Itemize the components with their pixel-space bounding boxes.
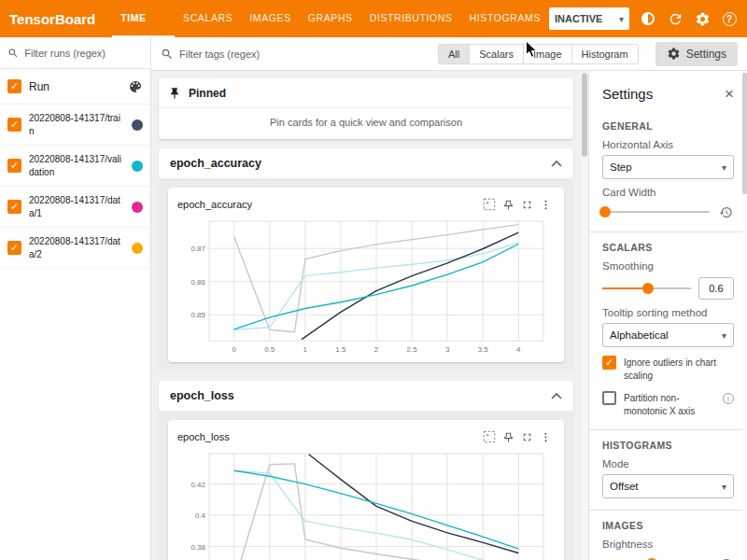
- ignore-outliers-checkbox[interactable]: [602, 356, 616, 370]
- chip-histogram[interactable]: Histogram: [572, 44, 639, 64]
- close-icon[interactable]: ×: [725, 88, 734, 101]
- chevron-down-icon: ▾: [722, 162, 726, 173]
- smoothing-value-input[interactable]: [698, 277, 734, 300]
- chart-card-epoch-loss: epoch_loss 00.511.522.533.540.360.380.40…: [168, 420, 564, 560]
- run-row-train[interactable]: 20220808-141317/train: [0, 105, 150, 146]
- help-icon[interactable]: ?: [721, 10, 738, 27]
- run-checkbox[interactable]: [7, 118, 21, 132]
- chevron-down-icon: ▾: [722, 330, 726, 341]
- histograms-section-header: HISTOGRAMS: [602, 440, 734, 451]
- run-column-header: Run: [29, 80, 120, 93]
- settings-button[interactable]: Settings: [655, 42, 738, 66]
- card-width-label: Card Width: [602, 187, 734, 198]
- reset-icon[interactable]: [717, 203, 734, 220]
- run-color-dot[interactable]: [132, 243, 143, 254]
- histogram-mode-value: Offset: [610, 481, 638, 492]
- main-content: Pinned Pin cards for a quick view and co…: [151, 71, 588, 560]
- pinned-section: Pinned Pin cards for a quick view and co…: [159, 78, 573, 139]
- svg-text:0.38: 0.38: [190, 543, 205, 552]
- reload-status-dropdown[interactable]: INACTIVE ▾: [549, 7, 629, 30]
- tooltip-sorting-value: Alphabetical: [610, 329, 669, 341]
- horizontal-axis-select[interactable]: Step ▾: [602, 155, 734, 179]
- run-list-header: Run: [0, 69, 150, 105]
- app-header: TensorBoard TIME SERIES SCALARS IMAGES G…: [0, 0, 747, 37]
- svg-text:4: 4: [516, 345, 521, 354]
- tag-toolbar: All Scalars Image Histogram Settings: [151, 37, 747, 71]
- epoch-accuracy-chart[interactable]: 00.511.522.533.540.850.860.87: [177, 216, 555, 358]
- tab-time-series[interactable]: TIME SERIES: [112, 0, 175, 37]
- info-icon[interactable]: i: [723, 393, 734, 404]
- runs-sidebar: Run 20220808-141317/train 20220808-14131…: [0, 37, 151, 560]
- main-scrollbar[interactable]: [581, 71, 588, 560]
- chart-title: epoch_accuracy: [177, 199, 480, 210]
- pin-icon[interactable]: [499, 427, 517, 446]
- tag-filter-input[interactable]: [179, 49, 319, 60]
- reset-icon[interactable]: [717, 555, 734, 560]
- image-toggle-icon[interactable]: [480, 195, 499, 214]
- general-section-header: GENERAL: [602, 120, 734, 132]
- run-label: 20220808-141317/data/1: [29, 194, 124, 219]
- section-header[interactable]: epoch_loss: [159, 381, 573, 411]
- run-row-data-2[interactable]: 20220808-141317/data/2: [0, 228, 150, 269]
- chip-image[interactable]: Image: [524, 44, 572, 64]
- theme-toggle-icon[interactable]: [640, 10, 656, 27]
- chevron-up-icon[interactable]: [551, 392, 562, 399]
- histogram-mode-select[interactable]: Offset ▾: [602, 474, 734, 498]
- tab-scalars[interactable]: SCALARS: [175, 0, 241, 37]
- partition-x-axis-option[interactable]: Partition non-monotonic X axis i: [602, 391, 734, 418]
- card-width-slider[interactable]: [602, 205, 710, 218]
- run-row-data-1[interactable]: 20220808-141317/data/1: [0, 187, 150, 228]
- tooltip-sorting-select[interactable]: Alphabetical ▾: [602, 323, 734, 347]
- horizontal-axis-label: Horizontal Axis: [602, 139, 734, 150]
- run-row-validation[interactable]: 20220808-141317/validation: [0, 146, 150, 187]
- palette-icon[interactable]: [128, 79, 143, 94]
- refresh-icon[interactable]: [667, 10, 684, 27]
- run-checkbox[interactable]: [7, 241, 21, 255]
- scalars-section-header: SCALARS: [602, 242, 734, 253]
- tab-histograms[interactable]: HISTOGRAMS: [461, 0, 549, 37]
- fullscreen-icon[interactable]: [517, 427, 536, 446]
- pin-icon[interactable]: [499, 195, 517, 214]
- svg-text:0.4: 0.4: [195, 511, 206, 520]
- image-toggle-icon[interactable]: [480, 427, 499, 446]
- run-checkbox[interactable]: [7, 200, 21, 214]
- tab-distributions[interactable]: DISTRIBUTIONS: [361, 0, 461, 37]
- images-section-header: IMAGES: [602, 520, 734, 531]
- run-filter-input[interactable]: [24, 48, 143, 59]
- gear-icon: [667, 47, 681, 61]
- svg-text:0.86: 0.86: [190, 278, 205, 287]
- more-options-icon[interactable]: [536, 195, 555, 214]
- partition-x-axis-checkbox[interactable]: [602, 391, 616, 405]
- search-icon: [7, 47, 19, 60]
- ignore-outliers-option[interactable]: Ignore outliers in chart scaling: [602, 356, 734, 383]
- app-title: TensorBoard: [9, 11, 95, 27]
- tab-graphs[interactable]: GRAPHS: [300, 0, 361, 37]
- gear-icon[interactable]: [694, 10, 711, 27]
- select-all-runs-checkbox[interactable]: [7, 79, 21, 93]
- run-color-dot[interactable]: [132, 202, 143, 213]
- tab-images[interactable]: IMAGES: [241, 0, 299, 37]
- fullscreen-icon[interactable]: [517, 195, 536, 214]
- more-options-icon[interactable]: [536, 427, 555, 446]
- chip-all[interactable]: All: [438, 44, 470, 64]
- partition-x-axis-label: Partition non-monotonic X axis: [624, 391, 715, 418]
- svg-text:0.87: 0.87: [190, 245, 205, 253]
- main-nav: TIME SERIES SCALARS IMAGES GRAPHS DISTRI…: [112, 0, 549, 37]
- smoothing-slider[interactable]: [602, 282, 691, 295]
- chevron-up-icon[interactable]: [551, 160, 562, 167]
- settings-scrollbar[interactable]: [742, 71, 747, 560]
- chevron-down-icon: ▾: [619, 14, 624, 24]
- settings-button-label: Settings: [686, 48, 726, 61]
- run-checkbox[interactable]: [7, 159, 21, 173]
- histogram-mode-label: Mode: [602, 458, 734, 469]
- svg-text:0.42: 0.42: [190, 481, 205, 489]
- tooltip-sorting-label: Tooltip sorting method: [602, 307, 734, 318]
- chip-scalars[interactable]: Scalars: [470, 44, 524, 64]
- epoch-loss-chart[interactable]: 00.511.522.533.540.360.380.40.42: [177, 448, 555, 560]
- run-color-dot[interactable]: [132, 161, 143, 172]
- reload-status-value: INACTIVE: [555, 13, 602, 24]
- section-header[interactable]: epoch_accuracy: [159, 148, 573, 178]
- run-color-dot[interactable]: [132, 119, 143, 131]
- run-label: 20220808-141317/data/2: [29, 235, 124, 260]
- section-epoch-accuracy: epoch_accuracy epoch_accuracy: [159, 148, 573, 371]
